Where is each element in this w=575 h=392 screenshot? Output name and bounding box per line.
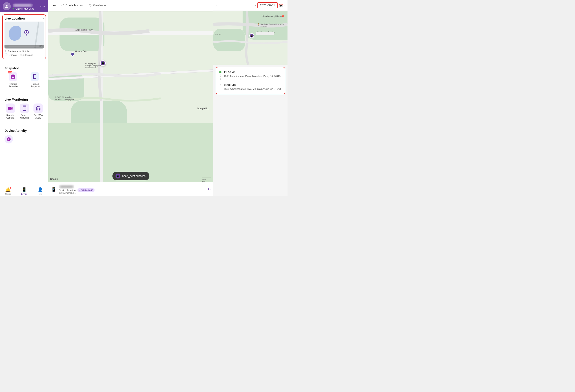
map-road-horizontal [48, 31, 213, 35]
google-watermark: Google [50, 178, 58, 180]
date-next-button[interactable]: › [284, 4, 285, 7]
nav-me[interactable]: 👤 Me [32, 187, 48, 195]
toast-text: heart_beat success. [122, 174, 146, 178]
nav-device[interactable]: 📱 Device [16, 187, 32, 195]
map-device-pin: 📱 [100, 60, 106, 68]
add-button[interactable]: ＋ [43, 4, 46, 8]
route-start-dot [219, 71, 221, 73]
notice-badge [10, 187, 11, 189]
device-name-blur: ████████████ [13, 4, 33, 7]
snapshot-title: Snapshot [4, 67, 44, 70]
right-map-device-pin: 📱 [249, 33, 254, 38]
right-map-name-blur [256, 32, 274, 35]
dropdown-button[interactable]: ▾ [40, 5, 42, 8]
map-poi-icon: 📍 [281, 15, 285, 19]
calendar-icon: 📅 [279, 4, 283, 7]
map-bottom-bar [4, 45, 44, 48]
right-map-green-2 [213, 29, 245, 51]
geofence-label: Geofence [8, 50, 18, 53]
toast-icon: 📱 [116, 174, 120, 179]
geofence-status-dot [20, 51, 21, 52]
route-icon-col-1 [219, 70, 221, 80]
clock-icon: 🕐 [4, 53, 8, 56]
snapshot-card: Snapshot New Camera Snapshot [2, 62, 46, 91]
refresh-button[interactable]: ↻ [208, 187, 211, 191]
camera-snapshot-icon-wrap: New [9, 72, 18, 82]
screen-mirror-item[interactable]: Screen Mirroring [18, 103, 30, 119]
screen-snapshot-item[interactable]: Screen Snapshot [27, 72, 44, 88]
screen-mirror-label: Screen Mirroring [18, 114, 30, 119]
device-bar-phone-icon: 📱 [51, 186, 57, 192]
live-location-arrow: › [43, 17, 44, 20]
map-blob [9, 26, 21, 41]
middle-back-button[interactable]: ← [50, 3, 58, 8]
svg-point-1 [12, 76, 14, 77]
left-header: ████████████ Online 25% ▾ ＋ [0, 0, 48, 12]
remote-camera-label: Remote Camera [4, 114, 16, 119]
remote-camera-icon [6, 103, 15, 113]
activity-icon [4, 135, 13, 143]
device-location-address: 1600 Amphithe... [59, 192, 206, 194]
screen-mirror-icon [20, 103, 29, 113]
middle-panel: ← ↺ Route history ⬡ Geofence Amphitheatr… [48, 0, 213, 196]
date-display: 2023-08-01 [257, 2, 278, 8]
update-label: Update [9, 54, 17, 56]
device-activity-title: Device Activity [4, 129, 44, 133]
device-pin-icon: 📱 [101, 62, 105, 65]
screen-snapshot-icon [30, 72, 39, 81]
athletic-label: letic ark [215, 33, 221, 35]
camera-snapshot-item[interactable]: New Camera Snapshot [4, 72, 22, 88]
route-line-dots [220, 74, 221, 80]
right-map-pin-icon: 📱 [249, 33, 254, 38]
google-b40-label: Google B40 [75, 50, 87, 52]
date-prev-button[interactable]: ‹ [255, 4, 256, 7]
screen-snapshot-label: Screen Snapshot [27, 83, 44, 88]
map-background: Amphitheatre Pkwy Google B40 Googleplex … [48, 11, 213, 196]
update-time: 3 minutes ago [18, 54, 33, 56]
live-location-card[interactable]: Live Location › 50 m 100 ft ⊙ [2, 14, 46, 59]
right-panel: ← ‹ 2023-08-01 📅 › Shoreline Amphitheatr… [213, 0, 288, 196]
tab-route-history[interactable]: ↺ Route history [58, 1, 86, 10]
device-icon: 📱 [21, 187, 27, 192]
route-list: 11:38:48 1600 Amphitheatre Pkwy, Mountai… [213, 65, 288, 196]
route-text-col-2: 09:38:48 1600 Amphitheatre Pkwy, Mountai… [224, 83, 282, 91]
new-badge: New [8, 71, 12, 73]
remote-camera-item[interactable]: Remote Camera [4, 103, 16, 119]
bay-point-label: Bay Point Regional Shoreline overlook [261, 23, 285, 27]
tab-geofence[interactable]: ⬡ Geofence [86, 1, 109, 10]
header-info: ████████████ Online 25% [13, 3, 38, 10]
date-navigator: ‹ 2023-08-01 📅 › [255, 2, 285, 8]
device-bar-name: ██████████ [59, 185, 74, 188]
svg-point-0 [6, 5, 8, 6]
route-time-2: 09:38:48 [224, 83, 282, 87]
covid-label: COVID-19 Vaccine location - Googleplex [55, 96, 75, 101]
route-address-2: 1600 Amphitheatre Pkwy, Mountain View, C… [224, 87, 282, 91]
snapshot-items: New Camera Snapshot Screen Snapshot [4, 72, 44, 88]
route-end-star: ☆ [219, 84, 222, 87]
device-location-label: Device location [59, 189, 76, 191]
shoreline-label: Shoreline Amphitheatre [262, 15, 283, 18]
amphitheatre-label: Amphitheatre Pkwy [75, 29, 93, 31]
avatar [3, 2, 11, 10]
monitoring-items: Remote Camera Screen Mirroring [4, 103, 44, 119]
right-back-button[interactable]: ← [216, 3, 220, 8]
map-scale-bar: 20 m 50 ft [202, 178, 211, 183]
header-actions: ▾ ＋ [40, 4, 46, 8]
device-bar: 📱 ██████████ Device location 2 minutes a… [48, 182, 213, 196]
route-icon-col-2: ☆ [219, 83, 222, 91]
map-preview: 50 m 100 ft [4, 22, 44, 48]
one-way-audio-item[interactable]: One-Way Audio [33, 103, 44, 119]
monitoring-title: Live Monitoring [4, 98, 44, 101]
one-way-audio-label: One-Way Audio [33, 114, 44, 119]
google-b40-pin [71, 52, 74, 56]
geofence-status: Not Set [22, 50, 30, 53]
map-pin [24, 30, 29, 36]
hiking-icon: 🚶 [257, 23, 261, 26]
notice-label: Notice [5, 193, 11, 195]
nav-notice[interactable]: 🔔 Notice [0, 187, 16, 195]
route-time-1: 11:38:48 [224, 70, 282, 74]
route-entry-2: ☆ 09:38:48 1600 Amphitheatre Pkwy, Mount… [219, 83, 282, 91]
notice-badge-wrap: 🔔 [5, 187, 11, 192]
route-card: 11:38:48 1600 Amphitheatre Pkwy, Mountai… [216, 67, 285, 94]
geofence-icon: ⊙ [4, 50, 6, 53]
